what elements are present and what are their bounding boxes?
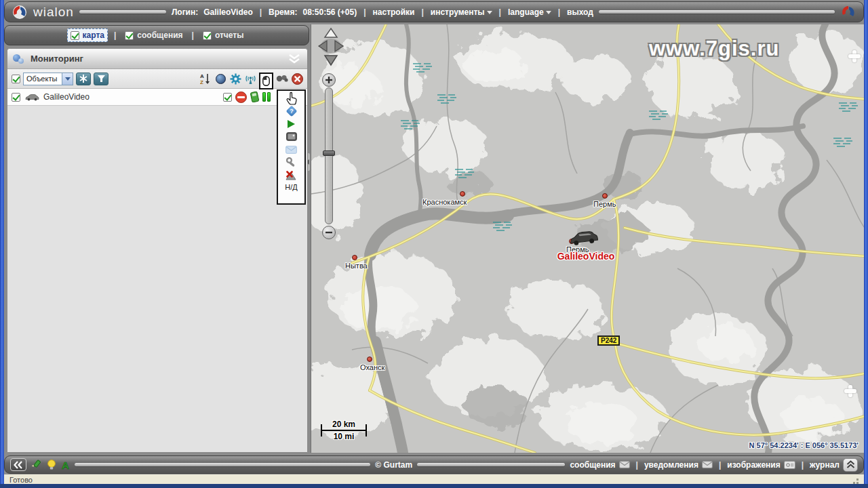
city-dot-nytva bbox=[352, 255, 357, 260]
mail-icon bbox=[702, 461, 713, 468]
svg-text:Z: Z bbox=[200, 79, 203, 85]
info-button[interactable]: ? bbox=[288, 104, 296, 117]
resize-grip[interactable] bbox=[850, 476, 859, 484]
select-all-checkbox[interactable] bbox=[12, 75, 20, 83]
top-bar: wialon Логин: GalileoVideo | Время: 08:5… bbox=[4, 1, 864, 22]
sort-az-button[interactable]: A Z bbox=[199, 73, 212, 85]
wialon-logo-icon bbox=[12, 4, 28, 20]
cursor-coordinates: N 57° 54.2234' : E 056° 35.5173' bbox=[749, 441, 859, 449]
scale-rule bbox=[322, 430, 366, 431]
zoom-slider-handle[interactable] bbox=[323, 150, 335, 156]
copyright: © Gurtam bbox=[375, 460, 412, 470]
units-toolbar: Объекты A Z bbox=[7, 69, 307, 89]
road-sign-p242: Р242 bbox=[597, 336, 620, 346]
collapse-panel-icon[interactable] bbox=[287, 54, 302, 64]
tab-map[interactable]: карта bbox=[67, 28, 108, 42]
map-scale: 20 km 10 mi bbox=[318, 420, 370, 441]
gear-icon bbox=[230, 73, 241, 85]
tab-reports-label: отчеты bbox=[215, 30, 244, 40]
zoom-slider-track[interactable] bbox=[325, 87, 333, 224]
eye-icon bbox=[216, 74, 226, 84]
na-label: Н/Д bbox=[285, 183, 297, 191]
panel-title: Мониторинг bbox=[31, 54, 281, 64]
unit-state-icons bbox=[223, 92, 271, 103]
expand-up-button[interactable] bbox=[843, 458, 858, 472]
unit-row[interactable]: GalileoVideo bbox=[7, 89, 307, 106]
separator: | bbox=[498, 7, 502, 17]
unit-name: GalileoVideo bbox=[43, 92, 219, 102]
add-unit-button[interactable] bbox=[76, 73, 91, 85]
journal-panel-button[interactable]: журнал bbox=[810, 458, 858, 472]
phone-icon bbox=[250, 92, 259, 102]
asterisk-icon bbox=[79, 75, 87, 83]
tab-messages[interactable]: сообщения bbox=[122, 29, 185, 41]
map-expand-icon-top[interactable] bbox=[848, 50, 861, 62]
window-border-bottom bbox=[0, 484, 868, 488]
city-dot-okhansk bbox=[367, 357, 372, 362]
follow-cursor-button-active[interactable] bbox=[259, 73, 273, 89]
zoom-out-button[interactable] bbox=[322, 226, 336, 239]
monitoring-panel: Мониторинг Объекты A Z bbox=[7, 48, 308, 453]
unit-visible-checkbox[interactable] bbox=[12, 93, 20, 102]
wialon-logo-icon-right bbox=[840, 4, 856, 20]
sort-az-icon: A Z bbox=[200, 73, 211, 85]
svg-text:A: A bbox=[200, 73, 204, 79]
objects-dropdown[interactable]: Объекты bbox=[23, 73, 73, 85]
mail-icon bbox=[285, 146, 297, 154]
brand-name: wialon bbox=[33, 5, 74, 20]
pencil-icon[interactable] bbox=[31, 460, 42, 470]
bulb-icon[interactable] bbox=[47, 460, 56, 470]
signal-button[interactable] bbox=[244, 73, 256, 85]
unit-marker-icon[interactable] bbox=[568, 230, 599, 246]
bottombar-divider-line bbox=[417, 463, 565, 466]
reports-checkbox[interactable] bbox=[203, 31, 212, 40]
login-label: Логин: bbox=[172, 7, 198, 17]
double-up-chevron-icon bbox=[846, 460, 855, 469]
collapse-left-button[interactable] bbox=[10, 458, 26, 471]
window-border-right bbox=[864, 0, 868, 488]
filter-button[interactable] bbox=[94, 73, 108, 85]
tools-button[interactable] bbox=[286, 156, 297, 169]
menu-language[interactable]: language bbox=[508, 7, 551, 17]
map-checkbox[interactable] bbox=[71, 31, 79, 40]
eye-button[interactable] bbox=[214, 73, 226, 85]
settings-button[interactable] bbox=[229, 73, 241, 85]
trace-button-disabled[interactable] bbox=[276, 73, 288, 85]
separator: | bbox=[258, 7, 263, 17]
browser-status-bar: Готово bbox=[4, 474, 864, 485]
dropdown-chevron-icon bbox=[62, 73, 73, 85]
play-button[interactable] bbox=[288, 117, 295, 130]
menu-settings[interactable]: настройки bbox=[373, 7, 415, 17]
map-pan-control[interactable] bbox=[317, 27, 345, 69]
clear-button[interactable] bbox=[291, 73, 303, 85]
unit-marker-label[interactable]: GalileoVideo bbox=[535, 251, 637, 262]
menu-tools[interactable]: инструменты bbox=[431, 7, 492, 17]
separator: | bbox=[113, 30, 117, 40]
connection-bars-icon bbox=[262, 92, 271, 102]
messages-panel-button[interactable]: сообщения bbox=[570, 460, 629, 470]
messages-checkbox[interactable] bbox=[125, 31, 134, 40]
delete-button[interactable] bbox=[285, 169, 297, 182]
login-value: GalileoVideo bbox=[203, 7, 252, 17]
notifications-panel-button[interactable]: уведомления bbox=[644, 460, 713, 470]
message-button-disabled[interactable] bbox=[285, 143, 297, 156]
tab-reports[interactable]: отчеты bbox=[200, 29, 247, 41]
map-container[interactable]: www.7gis.ru Краснокамск Пермь Пермь Нытв… bbox=[311, 24, 864, 453]
map-expand-icon-bottom[interactable] bbox=[844, 385, 856, 397]
bottom-bar: A © Gurtam сообщения | уведомления | изо… bbox=[4, 455, 864, 474]
separator: | bbox=[420, 7, 425, 17]
no-entry-icon bbox=[235, 92, 247, 103]
zoom-in-button[interactable] bbox=[322, 73, 336, 87]
marker-a-icon[interactable]: A bbox=[61, 460, 70, 470]
tab-messages-label: сообщения bbox=[137, 30, 182, 40]
photo-button[interactable] bbox=[286, 130, 297, 143]
menu-exit[interactable]: выход bbox=[567, 7, 593, 17]
time-value: 08:50:56 (+05) bbox=[302, 7, 357, 17]
unit-watch-checkbox[interactable] bbox=[223, 93, 232, 102]
delete-icon bbox=[285, 170, 297, 180]
city-label-krasnokamsk: Краснокамск bbox=[422, 198, 467, 206]
toolbar-icons: A Z bbox=[199, 68, 303, 89]
separator: | bbox=[362, 7, 367, 17]
mail-icon bbox=[619, 461, 630, 468]
images-panel-button[interactable]: изображения bbox=[727, 460, 795, 470]
